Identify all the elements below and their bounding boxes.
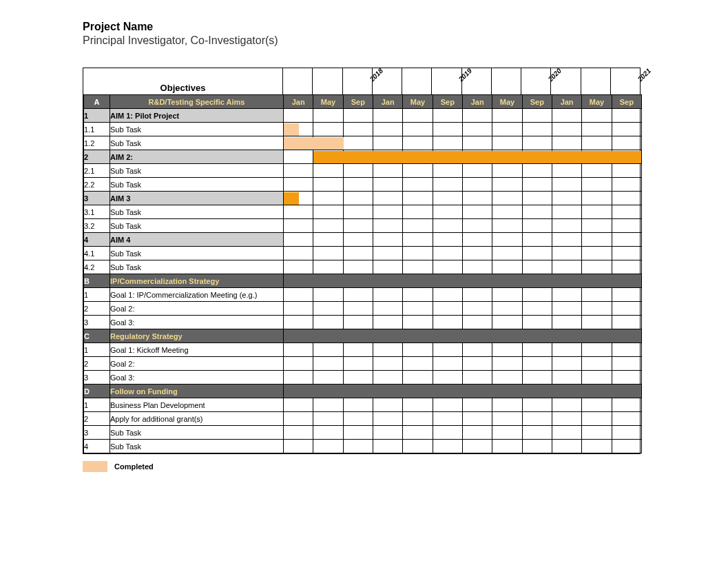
month-header: Sep — [522, 95, 552, 108]
legend: Completed — [83, 461, 728, 472]
row-task: 3.1Sub Task — [84, 205, 642, 219]
row-task: 1.1Sub Task — [84, 123, 642, 136]
row-task: 2Goal 2: — [84, 302, 642, 316]
row-task: 2.2Sub Task — [84, 178, 642, 192]
gantt-chart: Objectives 2018201920202021 AR&D/Testing… — [83, 68, 641, 454]
row-task: 1.2Sub Task — [84, 136, 642, 150]
month-header: Sep — [343, 95, 373, 108]
row-task: 4.1Sub Task — [84, 247, 642, 260]
row-section: DFollow on Funding — [84, 385, 642, 398]
row-task: 2.1Sub Task — [84, 164, 642, 178]
month-header: May — [581, 95, 611, 108]
row-aim: 3AIM 3 — [84, 192, 642, 205]
row-task: 4.2Sub Task — [84, 260, 642, 274]
row-section: AR&D/Testing Specific AimsJanMaySepJanMa… — [84, 95, 642, 109]
month-header: Sep — [433, 95, 462, 108]
row-task: 3Sub Task — [84, 426, 642, 440]
row-task: 4Sub Task — [84, 440, 642, 453]
month-header: Jan — [552, 95, 581, 108]
legend-label-completed: Completed — [114, 462, 154, 471]
gantt-bar — [284, 192, 299, 205]
month-header: Sep — [612, 95, 641, 108]
row-task: 3Goal 3: — [84, 316, 642, 329]
year-label: 2021 — [636, 67, 652, 83]
gantt-bar — [284, 123, 299, 136]
row-task: 3.2Sub Task — [84, 219, 642, 233]
month-header: May — [313, 95, 342, 108]
row-aim: 2AIM 2: — [84, 150, 642, 164]
page-title: Project Name — [83, 21, 728, 33]
row-section: BIP/Commercialization Strategy — [84, 274, 642, 288]
row-aim: 1AIM 1: Pilot Project — [84, 109, 642, 123]
month-header: Jan — [373, 95, 402, 108]
row-task: 1Goal 1: IP/Commercialization Meeting (e… — [84, 288, 642, 302]
gantt-bar — [313, 151, 641, 163]
row-task: 2Goal 2: — [84, 357, 642, 371]
month-header: Jan — [462, 95, 492, 108]
row-task: 2Apply for additional grant(s) — [84, 412, 642, 426]
objectives-header: Objectives — [83, 68, 283, 94]
legend-swatch-completed — [83, 461, 107, 472]
month-header: May — [492, 95, 521, 108]
row-aim: 4AIM 4 — [84, 233, 642, 247]
row-task: 3Goal 3: — [84, 371, 642, 385]
row-task: 1Goal 1: Kickoff Meeting — [84, 343, 642, 357]
month-header: Jan — [284, 95, 313, 108]
row-task: 1Business Plan Development — [84, 398, 642, 412]
row-section: CRegulatory Strategy — [84, 329, 642, 343]
gantt-bar — [284, 137, 344, 150]
month-header: May — [402, 95, 432, 108]
page-subtitle: Principal Investigator, Co-Investigator(… — [83, 34, 728, 47]
